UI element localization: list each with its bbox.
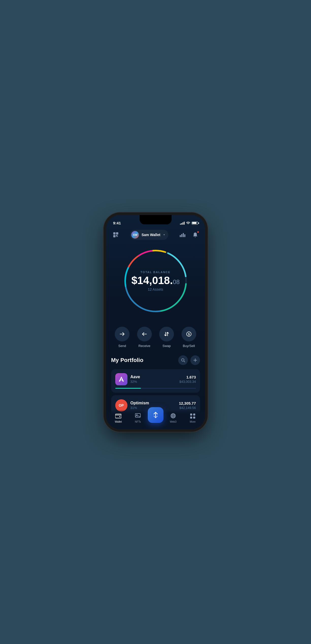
screen: 9:41 xyxy=(106,215,205,429)
svg-rect-5 xyxy=(114,236,115,237)
portfolio-title: My Portfolio xyxy=(111,357,143,364)
aave-progress-fill xyxy=(115,388,141,389)
wallet-name: Sam Wallet xyxy=(141,233,160,237)
swap-icon xyxy=(159,327,174,341)
qr-icon-button[interactable] xyxy=(111,230,120,239)
receive-label: Receive xyxy=(138,344,150,348)
balance-circle: TOTAL BALANCE $14,018.08 12 Assets xyxy=(120,245,191,317)
aave-usd: $43,003.34 xyxy=(179,380,196,384)
optimism-name: Optimism xyxy=(130,401,176,405)
swap-label: Swap xyxy=(162,344,171,348)
asset-row-aave: Aave 32% 1.673 $43,003.34 xyxy=(115,373,196,385)
wifi-icon xyxy=(186,221,190,225)
notification-badge xyxy=(197,231,199,233)
nav-right-buttons xyxy=(178,230,200,239)
svg-rect-4 xyxy=(117,233,118,234)
aave-name: Aave xyxy=(130,375,176,379)
portfolio-header: My Portfolio xyxy=(111,355,200,365)
balance-label: TOTAL BALANCE xyxy=(131,271,179,274)
portfolio-actions xyxy=(178,355,200,365)
phone-frame: 9:41 xyxy=(106,215,205,429)
send-icon xyxy=(115,327,129,341)
nav-nfts[interactable]: NFTs xyxy=(128,412,148,423)
nav-wallet[interactable]: Wallet xyxy=(109,412,128,423)
swap-button[interactable]: Swap xyxy=(159,327,174,348)
portfolio-search-button[interactable] xyxy=(178,355,188,365)
nfts-nav-icon xyxy=(134,412,141,419)
web3-nav-icon xyxy=(170,412,177,419)
wallet-nav-label: Wallet xyxy=(115,420,122,423)
send-label: Send xyxy=(118,344,126,348)
balance-section: TOTAL BALANCE $14,018.08 12 Assets xyxy=(106,243,205,322)
more-nav-icon xyxy=(189,412,196,419)
balance-assets: 12 Assets xyxy=(131,287,179,291)
aave-amount: 1.673 xyxy=(179,375,196,379)
optimism-amount: 12,305.77 xyxy=(179,401,196,405)
send-button[interactable]: Send xyxy=(115,327,129,348)
balance-info: TOTAL BALANCE $14,018.08 12 Assets xyxy=(131,271,179,291)
wallet-avatar: SW xyxy=(131,231,139,239)
aave-values: 1.673 $43,003.34 xyxy=(179,375,196,384)
svg-text:$: $ xyxy=(188,333,190,336)
notch xyxy=(140,215,172,224)
web3-nav-label: Web3 xyxy=(170,420,176,423)
notifications-button[interactable] xyxy=(191,230,200,239)
svg-rect-8 xyxy=(183,233,184,237)
svg-point-20 xyxy=(182,359,184,361)
svg-rect-7 xyxy=(181,234,182,237)
aave-progress-bar xyxy=(115,388,196,389)
battery-icon xyxy=(192,222,198,225)
wallet-selector[interactable]: SW Sam Wallet ▾ xyxy=(130,230,168,240)
aave-percentage: 32% xyxy=(130,380,176,384)
svg-rect-3 xyxy=(114,233,115,234)
svg-rect-21 xyxy=(115,414,121,418)
receive-button[interactable]: Receive xyxy=(137,327,152,348)
svg-rect-6 xyxy=(180,235,181,237)
buysell-icon: $ xyxy=(182,327,196,341)
balance-amount: $14,018.08 xyxy=(131,275,179,286)
bottom-nav-inner: Wallet NFTs xyxy=(106,412,205,423)
status-time: 9:41 xyxy=(113,221,121,225)
aave-info: Aave 32% xyxy=(130,375,176,384)
svg-rect-30 xyxy=(193,417,195,419)
svg-rect-9 xyxy=(184,234,185,237)
buysell-button[interactable]: $ Buy/Sell xyxy=(182,327,196,348)
wallet-nav-icon xyxy=(115,412,122,419)
asset-card-aave[interactable]: Aave 32% 1.673 $43,003.34 xyxy=(111,369,200,393)
nfts-nav-label: NFTs xyxy=(135,420,141,423)
bottom-nav: Wallet NFTs xyxy=(106,410,205,429)
receive-icon xyxy=(137,327,152,341)
nav-web3[interactable]: Web3 xyxy=(163,412,183,423)
nav-more[interactable]: More xyxy=(183,412,203,423)
chevron-down-icon: ▾ xyxy=(163,233,165,236)
portfolio-add-button[interactable] xyxy=(190,355,200,365)
aave-icon xyxy=(115,373,127,385)
buysell-label: Buy/Sell xyxy=(183,344,195,348)
signal-icon xyxy=(180,222,185,225)
optimism-usd: $42,149.56 xyxy=(179,406,196,410)
action-buttons: Send Receive Swap xyxy=(106,322,205,355)
svg-rect-22 xyxy=(119,416,120,417)
more-nav-label: More xyxy=(190,420,196,423)
optimism-values: 12,305.77 $42,149.56 xyxy=(179,401,196,410)
svg-rect-28 xyxy=(193,414,195,416)
status-icons xyxy=(180,221,198,225)
svg-rect-27 xyxy=(190,414,192,416)
top-nav: SW Sam Wallet ▾ xyxy=(106,228,205,243)
stats-button[interactable] xyxy=(178,230,187,239)
center-action-button[interactable] xyxy=(148,407,163,423)
svg-rect-29 xyxy=(190,417,192,419)
